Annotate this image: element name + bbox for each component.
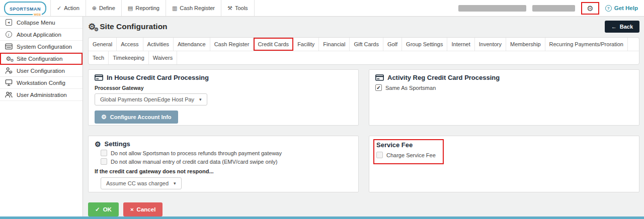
same-as-sportsman-checkbox[interactable]: ✓ [375,84,382,91]
credit-card-icon [95,74,103,81]
logo-sub-text: WEB [33,13,42,16]
sidebar-item-workstation-config[interactable]: Workstation Config [0,77,83,89]
tab-waivers[interactable]: Waivers [149,51,177,64]
tab-timekeeping[interactable]: Timekeeping [109,51,149,64]
tab-tech[interactable]: Tech [89,51,109,64]
charge-service-fee-label: Charge Service Fee [386,152,436,158]
sidebar-item-label: Workstation Config [17,80,65,86]
panel-grid: In House Credit Card Processing Processo… [88,69,639,192]
settings-panel-title: ⚙ Settings [95,140,352,148]
no-refunds-checkbox[interactable] [101,150,107,156]
sidebar-item-collapse-menu[interactable]: ◂ Collapse Menu [0,17,83,29]
processor-gateway-value: Global Payments OpenEdge Host Pay [100,96,194,102]
topbar-right: ⚙ ? Get Help [458,0,644,16]
tab-membership[interactable]: Membership [506,38,545,51]
tab-golf[interactable]: Golf [383,38,402,51]
report-icon: ▤ [128,5,133,12]
caret-down-icon: ▾ [199,97,202,102]
check-icon: ✓ [95,206,100,213]
menu-item-tools[interactable]: ⚒ Tools [221,0,255,16]
monitor-icon [5,79,13,86]
footer-actions: ✓ OK × Cancel [88,202,639,216]
plus-circle-icon: ⊕ [92,5,97,12]
menu-item-reporting[interactable]: ▤ Reporting [122,0,166,16]
back-arrow-icon: ← [611,24,617,30]
top-bar: SPORTSMAN WEB ✓ Action ⊕ Define ▤ Report… [0,0,644,17]
sidebar-item-label: About Application [17,32,61,38]
processor-gateway-label: Processor Gateway [95,85,352,91]
logo[interactable]: SPORTSMAN WEB [0,0,50,16]
ok-button[interactable]: ✓ OK [88,202,119,216]
service-fee-panel: Service Fee Charge Service Fee [369,136,639,192]
gateway-no-response-value: Assume CC was charged [106,180,169,186]
help-question-icon: ? [605,5,612,12]
tab-activities[interactable]: Activities [143,38,174,51]
charge-service-fee-row: Charge Service Fee [376,152,436,158]
gateway-no-response-label: If the credit card gateway does not resp… [95,168,352,174]
charge-service-fee-checkbox[interactable] [376,152,383,158]
manual-entry-checkbox-row: Do not allow manual entry of credit card… [101,158,352,165]
configure-account-info-button[interactable]: ⚙ Configure Account Info [95,111,178,124]
sidebar-item-label: User Configuration [17,68,65,74]
tab-recurring-payments-proration[interactable]: Recurring Payments/Proration [545,38,628,51]
cancel-button[interactable]: × Cancel [123,202,163,216]
menu-item-label: Cash Register [180,5,215,11]
menu-item-action[interactable]: ✓ Action [51,0,86,16]
users-icon [5,91,13,98]
x-icon: × [130,206,134,212]
no-manual-entry-checkbox[interactable] [101,158,107,165]
sidebar-item-user-configuration[interactable]: User Configuration [0,65,83,77]
service-fee-title: Service Fee [376,141,436,149]
sidebar-item-label: User Administration [17,92,67,98]
page-header: ⚙⚙ Site Configuration ← Back [88,21,639,33]
tab-row-1: General Access Activities Attendance Cas… [89,38,639,51]
tab-access[interactable]: Access [117,38,143,51]
back-button[interactable]: ← Back [605,21,639,33]
tab-credit-cards[interactable]: Credit Cards [254,38,293,51]
user-gear-icon [5,67,13,74]
tab-attendance[interactable]: Attendance [174,38,210,51]
tab-row-2: Tech Timekeeping Waivers [89,51,639,64]
processor-gateway-select[interactable]: Global Payments OpenEdge Host Pay ▾ [95,93,207,105]
sidebar-item-site-configuration[interactable]: ⚙⚙ Site Configuration [0,53,83,65]
main-content: ⚙⚙ Site Configuration ← Back General Acc… [83,17,644,216]
tab-financial[interactable]: Financial [319,38,350,51]
menu-item-label: Action [64,5,79,11]
tab-inventory[interactable]: Inventory [475,38,506,51]
menu-item-cash-register[interactable]: ▥ Cash Register [166,0,221,16]
menu-item-define[interactable]: ⊕ Define [86,0,122,16]
configure-account-info-label: Configure Account Info [110,114,172,120]
gear-icon: ⚙ [101,114,107,120]
system-config-icon [5,43,13,50]
tab-cash-register[interactable]: Cash Register [210,38,254,51]
activity-reg-processing-panel: Activity Reg Credit Card Processing ✓ Sa… [369,69,639,126]
service-fee-annotation-box: Service Fee Charge Service Fee [373,139,444,164]
same-as-sportsman-label: Same As Sportsman [385,85,436,91]
menu-item-label: Reporting [135,5,159,11]
tab-general[interactable]: General [89,38,117,51]
page-title: ⚙⚙ Site Configuration [88,22,168,31]
tab-internet[interactable]: Internet [447,38,474,51]
no-manual-entry-label: Do not allow manual entry of credit card… [111,159,277,165]
activity-reg-panel-title: Activity Reg Credit Card Processing [375,74,633,81]
credit-card-icon [375,74,384,81]
sidebar-item-user-administration[interactable]: User Administration [0,89,83,101]
tab-facility[interactable]: Facility [293,38,319,51]
tab-gift-cards[interactable]: Gift Cards [350,38,383,51]
ok-button-label: OK [103,206,112,212]
get-help-label: Get Help [614,5,638,11]
redacted-info-block [532,5,575,12]
sidebar-item-system-configuration[interactable]: System Configuration [0,41,83,53]
tab-group-settings[interactable]: Group Settings [402,38,447,51]
sidebar-item-label: Site Configuration [17,56,62,62]
sidebar-item-about-application[interactable]: i About Application [0,29,83,41]
app-body: ◂ Collapse Menu i About Application Syst… [0,17,644,216]
get-help-button[interactable]: ? Get Help [605,5,638,12]
settings-gear-button[interactable]: ⚙ [581,2,599,15]
sidebar: ◂ Collapse Menu i About Application Syst… [0,17,83,216]
sidebar-item-label: System Configuration [17,44,72,50]
gear-icon: ⚙ [587,5,593,12]
gateway-no-response-select[interactable]: Assume CC was charged ▾ [101,177,182,189]
refunds-checkbox-row: Do not allow Sportsman to process refund… [101,150,352,156]
logo-brand-text: SPORTSMAN [10,7,41,12]
